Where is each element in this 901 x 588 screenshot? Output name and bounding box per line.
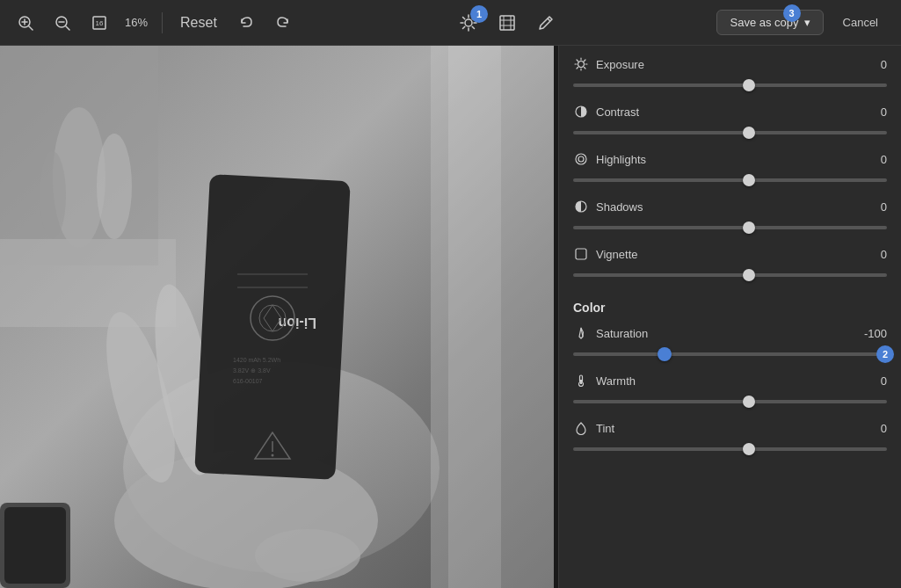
tint-track [573, 447, 887, 451]
right-panel: Exposure 0 Co [558, 46, 901, 588]
svg-line-5 [66, 26, 69, 30]
warmth-header: Warmth 0 [573, 373, 887, 388]
exposure-label: Exposure [596, 58, 644, 71]
vignette-label: Vignette [596, 248, 637, 261]
svg-line-15 [472, 26, 474, 28]
exposure-value: 0 [855, 58, 887, 71]
redo-button[interactable] [268, 10, 298, 36]
contrast-slider[interactable] [573, 125, 887, 141]
svg-rect-18 [500, 16, 514, 30]
reset-button[interactable]: Reset [173, 10, 224, 36]
contrast-icon [573, 104, 589, 120]
svg-line-17 [463, 26, 465, 28]
badge-2: 2 [876, 345, 894, 363]
shadows-slider[interactable] [573, 220, 887, 236]
saturation-thumb[interactable] [658, 347, 672, 361]
saturation-label-group: Saturation [573, 325, 648, 341]
highlights-thumb[interactable] [743, 174, 755, 186]
highlights-track [573, 178, 887, 182]
svg-point-46 [272, 454, 274, 457]
exposure-track [573, 83, 887, 87]
saturation-icon [573, 325, 589, 341]
warmth-slider[interactable] [573, 394, 887, 410]
vignette-label-group: Vignette [573, 246, 637, 262]
save-area: Save as copy ▾ 3 [716, 10, 823, 35]
shadows-label: Shadows [596, 200, 643, 214]
shadows-icon [573, 199, 589, 214]
vignette-slider[interactable] [573, 267, 887, 283]
undo-button[interactable] [231, 10, 261, 36]
photo-svg: Li-ion 1420 mAh 5.2Wh 3.82V ⊕ 3.8V 616-0… [0, 46, 554, 588]
highlights-slider[interactable] [573, 172, 887, 188]
svg-text:16: 16 [96, 19, 104, 27]
warmth-icon [573, 373, 589, 388]
tint-value: 0 [855, 422, 887, 435]
canvas-area: Li-ion 1420 mAh 5.2Wh 3.82V ⊕ 3.8V 616-0… [0, 46, 558, 588]
contrast-thumb[interactable] [743, 127, 755, 139]
shadows-label-group: Shadows [573, 199, 643, 214]
toolbar: 16 16% Reset [0, 0, 901, 46]
save-as-copy-button[interactable]: Save as copy ▾ [716, 10, 823, 35]
svg-text:Li-ion: Li-ion [278, 316, 316, 330]
highlights-icon [573, 151, 589, 167]
markup-tool-button[interactable] [530, 9, 562, 37]
photo-canvas: Li-ion 1420 mAh 5.2Wh 3.82V ⊕ 3.8V 616-0… [0, 46, 554, 588]
saturation-value: -100 [855, 327, 887, 340]
svg-line-1 [29, 26, 33, 30]
svg-line-23 [548, 18, 550, 21]
highlights-label: Highlights [596, 153, 646, 166]
zoom-out-button[interactable] [47, 10, 77, 36]
highlights-value: 0 [855, 153, 887, 166]
tint-icon [573, 420, 589, 436]
tint-slider[interactable] [573, 441, 887, 457]
exposure-thumb[interactable] [743, 79, 755, 91]
saturation-header: Saturation -100 [573, 325, 887, 341]
divider-1 [162, 12, 163, 33]
zoom-level-display: 16% [121, 16, 151, 29]
exposure-slider[interactable] [573, 77, 887, 93]
tint-label-group: Tint [573, 420, 614, 436]
highlights-label-group: Highlights [573, 151, 646, 167]
dropdown-arrow-icon: ▾ [804, 16, 810, 29]
highlights-adjustment: Highlights 0 [573, 151, 887, 188]
svg-rect-48 [448, 46, 501, 588]
saturation-label: Saturation [596, 327, 648, 340]
warmth-label: Warmth [596, 374, 636, 388]
svg-point-62 [578, 156, 584, 162]
cancel-button[interactable]: Cancel [831, 11, 890, 34]
svg-line-56 [577, 60, 578, 62]
vignette-value: 0 [855, 248, 887, 261]
saturation-adjustment: Saturation -100 2 [573, 325, 887, 362]
svg-rect-64 [576, 249, 586, 259]
svg-rect-35 [194, 174, 351, 480]
svg-text:616-00107: 616-00107 [233, 378, 263, 384]
color-section-header: Color [573, 301, 887, 315]
brightness-tool-container: 1 [453, 9, 484, 37]
vignette-track [573, 273, 887, 277]
tint-thumb[interactable] [743, 443, 755, 455]
svg-point-29 [40, 151, 66, 239]
tint-header: Tint 0 [573, 420, 887, 436]
warmth-label-group: Warmth [573, 373, 636, 388]
warmth-track [573, 400, 887, 403]
shadows-thumb[interactable] [743, 221, 755, 234]
highlights-header: Highlights 0 [573, 151, 887, 167]
frame-tool-button[interactable] [491, 9, 523, 37]
svg-line-58 [585, 60, 586, 62]
vignette-thumb[interactable] [743, 269, 755, 281]
aspect-ratio-button[interactable]: 16 [84, 10, 114, 36]
svg-line-59 [577, 68, 578, 69]
vignette-adjustment: Vignette 0 [573, 246, 887, 283]
warmth-thumb[interactable] [743, 396, 755, 408]
contrast-value: 0 [855, 105, 887, 119]
zoom-in-button[interactable] [11, 10, 40, 36]
warmth-adjustment: Warmth 0 [573, 373, 887, 410]
badge-3: 3 [783, 4, 801, 22]
shadows-header: Shadows 0 [573, 199, 887, 214]
svg-rect-67 [580, 380, 582, 384]
saturation-slider[interactable]: 2 [573, 346, 887, 362]
contrast-track [573, 131, 887, 134]
svg-point-61 [576, 154, 586, 164]
svg-line-14 [463, 17, 465, 18]
warmth-value: 0 [855, 374, 887, 388]
